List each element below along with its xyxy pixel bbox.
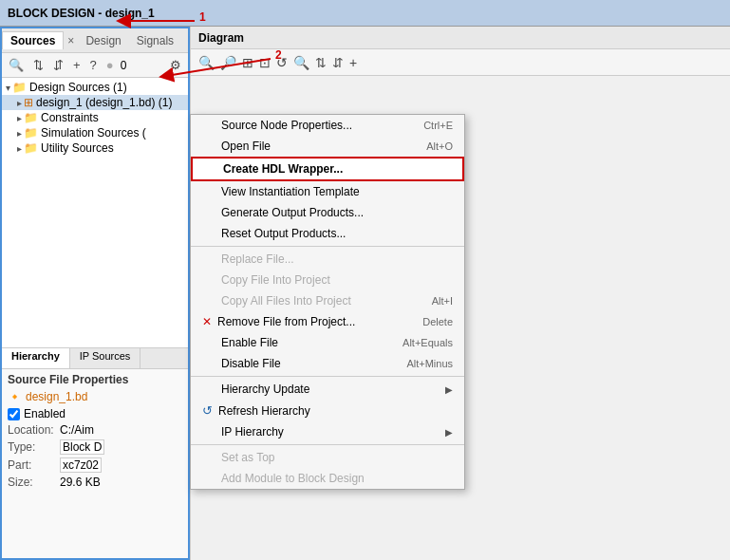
submenu-arrow-icon: ▶ [445,384,453,395]
fit-icon[interactable]: ⊞ [242,55,253,70]
tree-item-simulation[interactable]: ▸ 📁 Simulation Sources ( [2,125,188,140]
context-menu-item[interactable]: Disable FileAlt+Minus [191,353,464,374]
simulation-label: Simulation Sources ( [41,126,146,140]
filter2-icon[interactable]: ⇵ [332,55,344,70]
context-menu-separator [191,444,464,445]
type-label: Type: [8,440,60,454]
folder-icon: 📁 [12,81,27,94]
context-menu-item-label-row: Hierarchy Update [202,383,309,396]
add-icon[interactable]: + [70,57,84,73]
tab-sources[interactable]: Sources [2,31,64,49]
context-menu-item[interactable]: Generate Output Products... [191,202,464,223]
context-menu-item[interactable]: Source Node Properties...Ctrl+E [191,115,464,136]
tab-design[interactable]: Design [78,32,128,49]
full-icon[interactable]: ⊡ [259,55,271,70]
tree-item-design1[interactable]: ▸ ⊞ design_1 (design_1.bd) (1) [2,95,188,110]
refresh-icon[interactable]: ↺ [276,55,288,70]
context-menu-separator [191,376,464,377]
context-menu-item-text: Remove File from Project... [217,315,355,328]
context-menu-item[interactable]: ✕Remove File from Project...Delete [191,311,464,332]
context-menu-item[interactable]: ↺Refresh Hierarchy [191,400,464,421]
constraints-icon: 📁 [24,111,38,124]
tree-item-constraints[interactable]: ▸ 📁 Constraints [2,110,188,125]
count-badge: 0 [121,59,127,72]
location-value: C:/Aim [60,423,94,437]
zoom-out-icon[interactable]: 🔎 [220,55,236,70]
tree-item-utility[interactable]: ▸ 📁 Utility Sources [2,140,188,156]
design1-label: design_1 (design_1.bd) (1) [36,96,172,109]
part-value: xc7z02 [60,457,102,473]
sources-toolbar: 🔍 ⇅ ⇵ + ? ● 0 ⚙ [2,53,188,78]
context-menu-item: Copy File Into Project [191,270,464,290]
tree-arrow-simulation: ▸ [17,128,22,139]
context-menu-item-label-row: Source Node Properties... [202,119,352,132]
context-menu-item-label-row: Copy All Files Into Project [202,294,351,308]
context-menu-item-text: Add Module to Block Design [221,472,365,485]
zoom-in-icon[interactable]: 🔍 [198,55,215,70]
context-menu: Source Node Properties...Ctrl+EOpen File… [190,114,465,490]
context-menu-item-label-row: Reset Output Products... [202,227,346,240]
title-text: BLOCK DESIGN - design_1 [8,7,155,20]
constraints-label: Constraints [41,111,99,124]
context-menu-item-label-row: ↺Refresh Hierarchy [202,403,310,418]
diagram-toolbar: 🔍 🔎 ⊞ ⊡ ↺ 🔍 ⇅ ⇵ + [191,49,730,76]
type-row: Type: Block D [8,439,182,455]
context-menu-item-text: Open File [221,140,271,153]
filter-icon[interactable]: ⇵ [50,57,66,73]
context-menu-item: Add Module to Block Design [191,468,464,489]
tab-ip-sources[interactable]: IP Sources [70,348,141,368]
context-menu-shortcut: Alt+O [426,140,453,152]
context-menu-item: Set as Top [191,447,464,468]
context-menu-item[interactable]: IP Hierarchy▶ [191,421,464,442]
design-sources-label: Design Sources (1) [29,81,127,94]
utility-label: Utility Sources [41,141,114,155]
context-menu-item-label-row: Create HDL Wrapper... [204,162,343,176]
context-menu-item-label-row: IP Hierarchy [202,425,284,439]
context-menu-item-text: Generate Output Products... [221,206,364,219]
enabled-row: Enabled [8,407,182,420]
enabled-checkbox[interactable] [8,408,20,420]
tab-bar: Sources × Design Signals Board ? _ □ ⊡ [2,28,188,53]
tree-arrow-design-sources: ▾ [6,83,10,93]
context-menu-item[interactable]: Reset Output Products... [191,223,464,244]
add2-icon[interactable]: + [349,55,357,70]
context-menu-item[interactable]: View Instantiation Template [191,181,464,202]
part-row: Part: xc7z02 [8,457,182,473]
sort2-icon[interactable]: ⇅ [315,55,327,70]
part-label: Part: [8,458,60,472]
size-row: Size: 29.6 KB [8,476,182,489]
title-bar: BLOCK DESIGN - design_1 [0,0,730,27]
context-menu-item-text: Replace File... [221,252,294,266]
context-menu-item: Replace File... [191,249,464,270]
context-menu-item[interactable]: Open FileAlt+O [191,136,464,157]
tab-hierarchy[interactable]: Hierarchy [2,348,70,368]
context-menu-item-text: IP Hierarchy [221,425,284,439]
context-menu-item[interactable]: Create HDL Wrapper... [191,157,464,181]
size-value: 29.6 KB [60,476,101,489]
context-menu-shortcut: Alt+Minus [406,358,453,369]
info-icon[interactable]: ? [87,57,100,73]
bd-icon: ⊞ [24,96,33,109]
sort-icon[interactable]: ⇅ [30,57,47,73]
context-menu-item-text: Source Node Properties... [221,119,352,132]
context-menu-item-text: Reset Output Products... [221,227,346,240]
tree-item-design-sources[interactable]: ▾ 📁 Design Sources (1) [2,80,188,95]
tab-signals[interactable]: Signals [129,32,181,49]
context-menu-item-label-row: Open File [202,140,271,153]
context-menu-item-text: Create HDL Wrapper... [223,162,343,176]
context-menu-item-text: Enable File [221,336,278,349]
search-icon[interactable]: 🔍 [6,57,27,73]
context-menu-separator [191,246,464,247]
tree-arrow-constraints: ▸ [17,113,22,123]
size-label: Size: [8,476,60,489]
tree-arrow-utility: ▸ [17,143,22,154]
type-value: Block D [60,439,104,455]
context-menu-item[interactable]: Hierarchy Update▶ [191,379,464,400]
context-menu-item-text: Set as Top [221,451,274,464]
file-icon: 🔸 [8,390,22,403]
search2-icon[interactable]: 🔍 [293,55,309,70]
context-menu-item[interactable]: Enable FileAlt+Equals [191,332,464,353]
context-menu-item-label-row: ✕Remove File from Project... [202,315,355,328]
gear-icon[interactable]: ⚙ [167,57,184,73]
tab-close-button[interactable]: × [64,34,78,47]
